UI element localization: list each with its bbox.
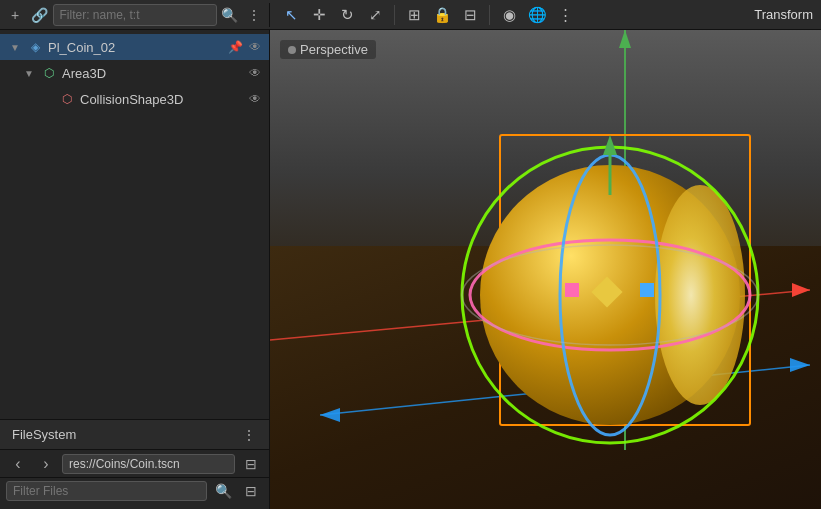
pin-icon[interactable]: 📌: [227, 39, 243, 55]
visibility-icon-collision[interactable]: 👁: [247, 91, 263, 107]
fs-forward-button[interactable]: ›: [34, 452, 58, 476]
filesystem-filter-input[interactable]: [6, 481, 207, 501]
fs-filter-options-icon[interactable]: ⊟: [239, 479, 263, 503]
tree-actions-collision: 👁: [247, 91, 269, 107]
view3d-button[interactable]: ◉: [496, 2, 522, 28]
svg-marker-1: [619, 30, 631, 48]
mesh-icon: ◈: [26, 38, 44, 56]
svg-marker-18: [792, 283, 810, 297]
transform-label: Transform: [754, 7, 813, 22]
filter-search-icon[interactable]: 🔍: [219, 3, 241, 27]
fs-filter-search-icon[interactable]: 🔍: [211, 479, 235, 503]
tree-item-area3d[interactable]: ▼ ⬡ Area3D 👁: [0, 60, 269, 86]
move-tool-button[interactable]: ✛: [306, 2, 332, 28]
viewport-toolbar: ↖ ✛ ↻ ⤢ ⊞ 🔒 ⊟ ◉ 🌐 ⋮ Transform: [270, 2, 821, 28]
add-node-button[interactable]: +: [4, 3, 26, 27]
visibility-icon-area3d[interactable]: 👁: [247, 65, 263, 81]
lock-button[interactable]: 🔒: [429, 2, 455, 28]
tree-label-area3d: Area3D: [62, 66, 243, 81]
filesystem-filter: 🔍 ⊟: [0, 478, 269, 504]
grid-button[interactable]: ⊟: [457, 2, 483, 28]
visibility-icon-pl-coin-02[interactable]: 👁: [247, 39, 263, 55]
collision-icon: ⬡: [58, 90, 76, 108]
scene-tree: ▼ ◈ Pl_Coin_02 📌 👁 ▼ ⬡ Area3D 👁 ▶: [0, 30, 269, 419]
filesystem-nav: ‹ › res://Coins/Coin.tscn ⊟: [0, 450, 269, 478]
main-area: ▼ ◈ Pl_Coin_02 📌 👁 ▼ ⬡ Area3D 👁 ▶: [0, 30, 821, 509]
scene-toolbar: + 🔗 🔍 ⋮: [0, 3, 270, 27]
expand-icon-pl-coin-02[interactable]: ▼: [8, 40, 22, 54]
snap-button[interactable]: ⊞: [401, 2, 427, 28]
filesystem-panel: FileSystem ⋮ ‹ › res://Coins/Coin.tscn ⊟…: [0, 419, 269, 509]
filesystem-path: res://Coins/Coin.tscn: [62, 454, 235, 474]
svg-marker-4: [320, 408, 340, 422]
separator-1: [394, 5, 395, 25]
filesystem-tab[interactable]: FileSystem: [8, 427, 80, 442]
select-tool-button[interactable]: ↖: [278, 2, 304, 28]
tree-item-pl-coin-02[interactable]: ▼ ◈ Pl_Coin_02 📌 👁: [0, 34, 269, 60]
viewport-more-button[interactable]: ⋮: [552, 2, 578, 28]
filesystem-header-actions: ⋮: [237, 423, 261, 447]
filesystem-header: FileSystem ⋮: [0, 420, 269, 450]
svg-marker-5: [790, 358, 810, 372]
expand-icon-area3d[interactable]: ▼: [22, 66, 36, 80]
tool-group: ↖ ✛ ↻ ⤢ ⊞ 🔒 ⊟ ◉ 🌐 ⋮: [278, 2, 578, 28]
svg-marker-17: [603, 135, 617, 155]
globe-button[interactable]: 🌐: [524, 2, 550, 28]
filter-input[interactable]: [53, 4, 217, 26]
tree-label-pl-coin-02: Pl_Coin_02: [48, 40, 223, 55]
scene-panel: ▼ ◈ Pl_Coin_02 📌 👁 ▼ ⬡ Area3D 👁 ▶: [0, 30, 270, 509]
filesystem-more-button[interactable]: ⋮: [237, 423, 261, 447]
top-toolbar: + 🔗 🔍 ⋮ ↖ ✛ ↻ ⤢ ⊞ 🔒 ⊟ ◉ 🌐 ⋮ Transform: [0, 0, 821, 30]
svg-point-8: [655, 185, 745, 405]
scene-more-icon[interactable]: ⋮: [243, 3, 265, 27]
area3d-icon: ⬡: [40, 64, 58, 82]
tree-item-collision-shape-3d[interactable]: ▶ ⬡ CollisionShape3D 👁: [0, 86, 269, 112]
tree-actions-area3d: 👁: [247, 65, 269, 81]
viewport[interactable]: Perspective: [270, 30, 821, 509]
link-button[interactable]: 🔗: [28, 3, 50, 27]
rotate-tool-button[interactable]: ↻: [334, 2, 360, 28]
svg-rect-14: [565, 283, 579, 297]
scale-tool-button[interactable]: ⤢: [362, 2, 388, 28]
coin-scene-svg: [270, 30, 821, 509]
tree-actions-pl-coin-02: 📌 👁: [227, 39, 269, 55]
fs-back-button[interactable]: ‹: [6, 452, 30, 476]
tree-label-collision: CollisionShape3D: [80, 92, 243, 107]
separator-2: [489, 5, 490, 25]
svg-rect-15: [640, 283, 654, 297]
fs-view-button[interactable]: ⊟: [239, 452, 263, 476]
